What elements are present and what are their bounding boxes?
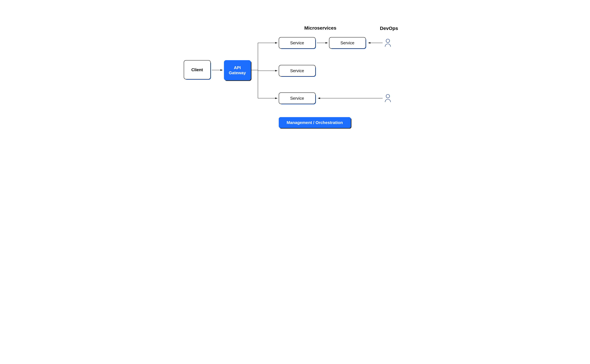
service-box-1: Service — [279, 37, 315, 49]
microservices-heading: Microservices — [304, 25, 336, 31]
service-label-1: Service — [290, 40, 304, 46]
service-label-3: Service — [290, 68, 304, 73]
person-icon — [384, 94, 391, 102]
service-label-4: Service — [290, 96, 304, 101]
orchestration-bar: Management / Orchestration — [279, 117, 351, 128]
devops-heading: DevOps — [380, 26, 398, 31]
orchestration-label: Management / Orchestration — [287, 120, 343, 125]
service-label-2: Service — [340, 40, 354, 46]
client-box: Client — [184, 60, 211, 79]
api-gateway-box: API Gateway — [224, 60, 251, 80]
svg-point-1 — [386, 94, 389, 98]
api-gateway-label: API Gateway — [229, 65, 246, 76]
client-label: Client — [191, 67, 203, 72]
service-box-2: Service — [329, 37, 366, 49]
service-box-3: Service — [279, 65, 315, 77]
person-icon — [384, 39, 391, 47]
svg-point-0 — [386, 39, 389, 43]
service-box-4: Service — [279, 92, 315, 104]
architecture-diagram: Microservices DevOps Client API Gateway … — [178, 6, 412, 150]
connectors — [178, 6, 412, 150]
